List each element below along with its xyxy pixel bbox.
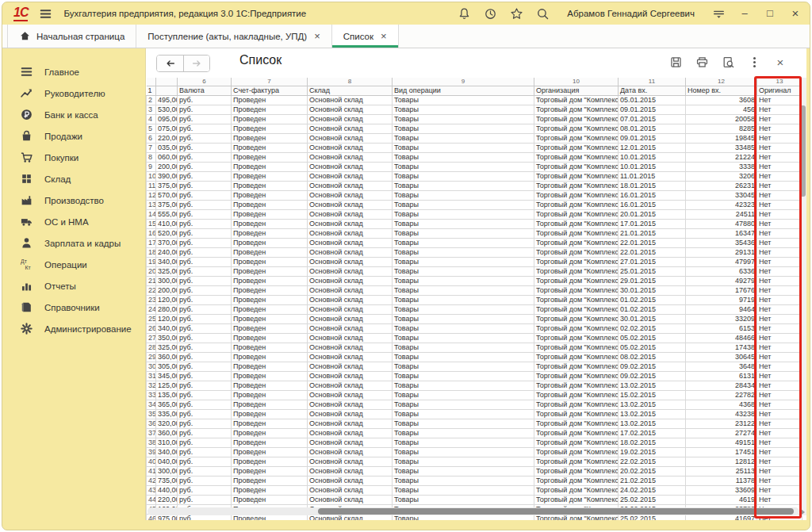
table-row[interactable]: 24280,00руб.ПроведенОсновной складТовары… bbox=[147, 305, 802, 315]
sidebar-item-sales[interactable]: Продажи bbox=[2, 125, 145, 147]
sidebar-item-bank-cash[interactable]: Банк и касса bbox=[2, 104, 145, 125]
column-header[interactable]: Номер вх. bbox=[686, 86, 757, 96]
table-row[interactable]: 2495,00руб.ПроведенОсновной складТоварыТ… bbox=[147, 96, 802, 105]
table-row[interactable]: 15410,00руб.ПроведенОсновной складТовары… bbox=[147, 220, 802, 229]
service-menu-icon[interactable] bbox=[712, 7, 726, 21]
forward-button[interactable] bbox=[183, 55, 209, 71]
vertical-scrollbar-thumb[interactable] bbox=[800, 105, 806, 197]
table-row[interactable]: 43440,00руб.ПроведенОсновной складТовары… bbox=[147, 486, 802, 496]
table-row[interactable]: 17370,00руб.ПроведенОсновной складТовары… bbox=[147, 239, 802, 248]
table-row[interactable]: 9200,00руб.ПроведенОсновной складТоварыТ… bbox=[147, 163, 802, 172]
table-row[interactable]: 40040,00руб.ПроведенОсновной складТовары… bbox=[147, 457, 802, 467]
table-row[interactable]: 13375,00руб.ПроведенОсновной складТовары… bbox=[147, 201, 802, 210]
table-row[interactable]: 25120,00руб.ПроведенОсновной складТовары… bbox=[147, 315, 802, 324]
tab-close-icon[interactable]: × bbox=[381, 31, 387, 41]
table-row[interactable]: 39340,00руб.ПроведенОсновной складТовары… bbox=[147, 448, 802, 457]
table-row[interactable]: 18240,00руб.ПроведенОсновной складТовары… bbox=[147, 248, 802, 258]
maximize-button[interactable]: □ bbox=[764, 7, 776, 20]
table-row[interactable]: 5075,00руб.ПроведенОсновной складТоварыТ… bbox=[147, 124, 802, 134]
sidebar-item-manager[interactable]: Руководителю bbox=[2, 82, 145, 104]
sidebar-item-salary-hr[interactable]: Зарплата и кадры bbox=[2, 232, 145, 254]
tab-home[interactable]: Начальная страница bbox=[7, 25, 136, 48]
table-row[interactable]: 10390,00руб.ПроведенОсновной складТовары… bbox=[147, 172, 802, 182]
table-row[interactable]: 20325,00руб.ПроведенОсновной складТовары… bbox=[147, 267, 802, 277]
column-header[interactable]: Валюта bbox=[178, 86, 232, 96]
table-row[interactable]: 3530,00руб.ПроведенОсновной складТоварыТ… bbox=[147, 105, 802, 115]
sidebar-item-operations[interactable]: ДтКтОперации bbox=[2, 254, 145, 275]
table-row[interactable]: 44220,00руб.ПроведенОсновной складТовары… bbox=[147, 496, 802, 505]
close-form-icon[interactable]: × bbox=[773, 55, 787, 69]
table-row[interactable]: 22200,00руб.ПроведенОсновной складТовары… bbox=[147, 286, 802, 296]
table-row[interactable]: 11375,00руб.ПроведенОсновной складТовары… bbox=[147, 182, 802, 191]
sidebar-item-reports[interactable]: Отчеты bbox=[2, 275, 145, 297]
table-row[interactable]: 19340,00руб.ПроведенОсновной складТовары… bbox=[147, 258, 802, 267]
table-row[interactable]: 37360,00руб.ПроведенОсновной складТовары… bbox=[147, 429, 802, 438]
table-row[interactable]: 27350,00руб.ПроведенОсновной складТовары… bbox=[147, 334, 802, 343]
current-user[interactable]: Абрамов Геннадий Сергеевич bbox=[567, 9, 695, 18]
table-row[interactable]: 26340,00руб.ПроведенОсновной складТовары… bbox=[147, 324, 802, 334]
column-header[interactable]: Вид операции bbox=[393, 86, 534, 96]
table-row[interactable]: 12570,00руб.ПроведенОсновной складТовары… bbox=[147, 191, 802, 201]
favorites-icon[interactable] bbox=[510, 7, 523, 21]
table-row[interactable]: 6220,00руб.ПроведенОсновной складТоварыТ… bbox=[147, 134, 802, 144]
table-row[interactable]: 14555,00руб.ПроведенОсновной складТовары… bbox=[147, 210, 802, 220]
table-cell: Товары bbox=[393, 124, 534, 134]
sidebar-item-production[interactable]: Производство bbox=[2, 189, 145, 211]
table-cell: 340,00 bbox=[156, 258, 178, 267]
table-cell: Нет bbox=[757, 153, 802, 163]
table-row[interactable]: 7035,00руб.ПроведенОсновной складТоварыТ… bbox=[147, 144, 802, 153]
notifications-icon[interactable] bbox=[458, 7, 471, 21]
column-header[interactable]: Счет-фактура bbox=[232, 86, 308, 96]
close-window-button[interactable]: × bbox=[789, 7, 802, 20]
more-icon[interactable] bbox=[747, 55, 761, 69]
column-header[interactable]: 1 bbox=[147, 86, 156, 96]
print-icon[interactable] bbox=[695, 55, 709, 69]
tab-postuplenie[interactable]: Поступление (акты, накладные, УПД)× bbox=[136, 25, 331, 48]
main-menu-icon[interactable] bbox=[39, 7, 52, 21]
table-row[interactable]: 16520,00руб.ПроведенОсновной складТовары… bbox=[147, 229, 802, 239]
horizontal-scrollbar[interactable] bbox=[147, 507, 799, 515]
search-icon[interactable] bbox=[536, 7, 550, 21]
table-row[interactable]: 36320,00руб.ПроведенОсновной складТовары… bbox=[147, 419, 802, 429]
sidebar-item-main[interactable]: Главное bbox=[2, 61, 145, 82]
preview-icon[interactable] bbox=[721, 55, 735, 69]
table-row[interactable]: 4095,00руб.ПроведенОсновной складТоварыТ… bbox=[147, 115, 802, 124]
table-row[interactable]: 28325,00руб.ПроведенОсновной складТовары… bbox=[147, 343, 802, 353]
column-header[interactable] bbox=[156, 86, 178, 96]
save-icon[interactable] bbox=[668, 55, 683, 69]
vertical-scrollbar[interactable] bbox=[799, 78, 806, 515]
table-row[interactable]: 23120,00руб.ПроведенОсновной складТовары… bbox=[147, 296, 802, 305]
tab-spisok[interactable]: Список× bbox=[332, 25, 399, 48]
tab-close-icon[interactable]: × bbox=[314, 31, 320, 41]
sidebar-item-administration[interactable]: Администрирование bbox=[2, 318, 145, 339]
table-row[interactable]: 32125,00руб.ПроведенОсновной складТовары… bbox=[147, 381, 802, 391]
table-row[interactable]: 29360,00руб.ПроведенОсновной складТовары… bbox=[147, 353, 802, 362]
table-row[interactable]: 21300,00руб.ПроведенОсновной складТовары… bbox=[147, 277, 802, 286]
horizontal-scrollbar-thumb[interactable] bbox=[318, 508, 794, 515]
scroll-right-arrow-icon[interactable] bbox=[801, 509, 805, 515]
table-row[interactable]: 31345,00руб.ПроведенОсновной складТовары… bbox=[147, 372, 802, 381]
table-row[interactable]: 38310,00руб.ПроведенОсновной складТовары… bbox=[147, 438, 802, 448]
column-header[interactable]: Организация bbox=[534, 86, 619, 96]
minimize-button[interactable]: – bbox=[738, 7, 751, 20]
table-row[interactable]: 30305,00руб.ПроведенОсновной складТовары… bbox=[147, 362, 802, 372]
table-row[interactable]: 41300,00руб.ПроведенОсновной складТовары… bbox=[147, 467, 802, 477]
sidebar-item-purchases[interactable]: Покупки bbox=[2, 147, 145, 168]
sidebar-item-label: Главное bbox=[44, 67, 79, 77]
table-cell: Основной склад bbox=[308, 96, 393, 105]
content-toolbar: × bbox=[668, 55, 787, 69]
column-header[interactable]: Дата вх. bbox=[619, 86, 686, 96]
column-header[interactable]: Склад bbox=[308, 86, 393, 96]
table-row[interactable]: 35335,00руб.ПроведенОсновной складТовары… bbox=[147, 410, 802, 419]
table-row[interactable]: 42735,00руб.ПроведенОсновной складТовары… bbox=[147, 477, 802, 486]
table-cell: 35436 bbox=[686, 239, 757, 248]
table-row[interactable]: 33135,00руб.ПроведенОсновной складТовары… bbox=[147, 391, 802, 400]
table-row[interactable]: 34365,00руб.ПроведенОсновной складТовары… bbox=[147, 400, 802, 410]
table-row[interactable]: 8060,00руб.ПроведенОсновной складТоварыТ… bbox=[147, 153, 802, 163]
back-button[interactable] bbox=[157, 55, 183, 71]
sidebar-item-directories[interactable]: Справочники bbox=[2, 297, 145, 318]
sidebar-item-warehouse[interactable]: Склад bbox=[2, 168, 145, 189]
column-header[interactable]: Оригинал bbox=[757, 86, 802, 96]
history-icon[interactable] bbox=[484, 7, 497, 21]
sidebar-item-fixed-assets[interactable]: ОС и НМА bbox=[2, 211, 145, 232]
